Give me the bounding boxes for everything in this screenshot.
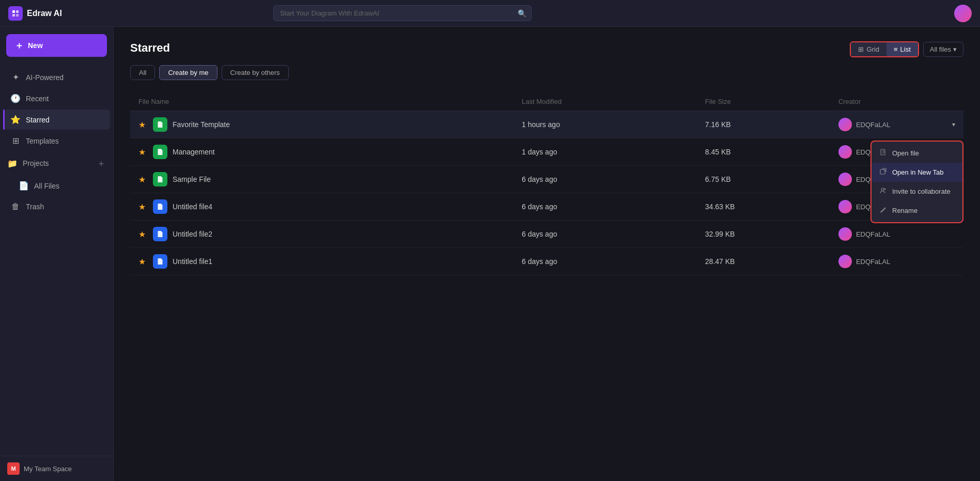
file-name-cell: ★ Management bbox=[130, 138, 514, 166]
avatar[interactable] bbox=[954, 5, 972, 22]
file-name-cell: ★ Untitled file2 bbox=[130, 221, 514, 248]
svg-rect-2 bbox=[12, 14, 15, 17]
team-label: My Team Space bbox=[24, 465, 72, 473]
context-menu: Open file Open in New Tab Invite to coll… bbox=[870, 141, 963, 223]
search-input[interactable] bbox=[273, 5, 532, 21]
creator-avatar bbox=[838, 200, 852, 213]
open-file-label: Open file bbox=[892, 149, 919, 157]
creator-name: EDQFaLAL bbox=[856, 121, 890, 129]
file-name: Management bbox=[173, 148, 215, 156]
table-row[interactable]: ★ Management 1 days ago 8.45 KB EDQFaLAL bbox=[130, 138, 963, 166]
sidebar-item-recent[interactable]: 🕐 Recent bbox=[3, 88, 110, 108]
layout: ＋ New ✦ AI-Powered 🕐 Recent ⭐ Starred ⊞ … bbox=[0, 27, 980, 481]
list-icon: ≡ bbox=[894, 45, 898, 53]
file-name: Untitled file1 bbox=[173, 257, 212, 266]
projects-icon: 📁 bbox=[7, 159, 18, 168]
sidebar-item-starred[interactable]: ⭐ Starred bbox=[3, 110, 110, 130]
col-file-name: File Name bbox=[130, 92, 514, 111]
file-name-cell: ★ Untitled file1 bbox=[130, 248, 514, 275]
sidebar-label-ai: AI-Powered bbox=[26, 73, 64, 82]
file-creator: EDQFaLAL bbox=[830, 221, 963, 248]
row-more-icon[interactable]: ▾ bbox=[952, 121, 955, 128]
col-creator: Creator bbox=[830, 92, 963, 111]
context-rename[interactable]: Rename bbox=[872, 201, 962, 220]
file-size: 8.45 KB bbox=[697, 138, 830, 166]
sidebar-label-projects: Projects bbox=[23, 159, 91, 167]
header: Edraw AI 🔍 bbox=[0, 0, 980, 27]
file-creator: EDQFaLAL bbox=[830, 248, 963, 275]
grid-view-button[interactable]: ⊞ Grid bbox=[851, 42, 886, 56]
svg-rect-0 bbox=[12, 10, 15, 13]
file-type-icon bbox=[153, 172, 167, 187]
svg-rect-1 bbox=[16, 10, 19, 13]
all-files-filter-button[interactable]: All files ▾ bbox=[923, 42, 963, 57]
col-file-size: File Size bbox=[697, 92, 830, 111]
file-modified: 6 days ago bbox=[514, 193, 697, 221]
sidebar-item-trash[interactable]: 🗑 Trash bbox=[3, 197, 110, 216]
list-view-button[interactable]: ≡ List bbox=[886, 42, 918, 56]
open-new-tab-icon bbox=[880, 168, 887, 177]
file-size: 6.75 KB bbox=[697, 166, 830, 193]
page-title: Starred bbox=[130, 41, 963, 55]
creator-avatar bbox=[838, 255, 852, 268]
file-creator: EDQFaLAL ▾ bbox=[830, 111, 963, 138]
filter-create-by-others[interactable]: Create by others bbox=[222, 65, 289, 80]
col-last-modified: Last Modified bbox=[514, 92, 697, 111]
projects-add-icon[interactable]: ＋ bbox=[97, 157, 106, 169]
file-modified: 1 hours ago bbox=[514, 111, 697, 138]
sidebar-label-recent: Recent bbox=[26, 95, 49, 103]
templates-icon: ⊞ bbox=[10, 136, 21, 146]
recent-icon: 🕐 bbox=[10, 94, 21, 103]
table-row[interactable]: ★ Sample File 6 days ago 6.75 KB EDQFaLA… bbox=[130, 166, 963, 193]
star-icon[interactable]: ★ bbox=[138, 147, 146, 157]
new-button[interactable]: ＋ New bbox=[6, 34, 107, 57]
file-modified: 6 days ago bbox=[514, 248, 697, 275]
filter-create-by-me[interactable]: Create by me bbox=[159, 65, 217, 80]
chevron-down-icon: ▾ bbox=[953, 45, 957, 53]
star-icon[interactable]: ★ bbox=[138, 229, 146, 239]
context-open-new-tab[interactable]: Open in New Tab bbox=[872, 163, 962, 182]
invite-icon bbox=[880, 187, 887, 196]
star-icon[interactable]: ★ bbox=[138, 202, 146, 212]
view-toggle: ⊞ Grid ≡ List bbox=[850, 41, 919, 57]
star-icon[interactable]: ★ bbox=[138, 257, 146, 267]
table-header-row: File Name Last Modified File Size Creato… bbox=[130, 92, 963, 111]
main-toolbar: ⊞ Grid ≡ List All files ▾ bbox=[850, 41, 963, 57]
svg-point-6 bbox=[881, 188, 884, 191]
grid-icon: ⊞ bbox=[858, 45, 864, 53]
file-name-cell: ★ Favorite Template bbox=[130, 111, 514, 138]
context-invite-collaborate[interactable]: Invite to collaborate bbox=[872, 182, 962, 201]
table-body: ★ Favorite Template 1 hours ago 7.16 KB … bbox=[130, 111, 963, 275]
creator-avatar bbox=[838, 118, 852, 131]
open-file-icon bbox=[880, 149, 887, 158]
file-size: 7.16 KB bbox=[697, 111, 830, 138]
file-size: 34.63 KB bbox=[697, 193, 830, 221]
new-button-label: New bbox=[28, 41, 43, 50]
sidebar-item-ai-powered[interactable]: ✦ AI-Powered bbox=[3, 67, 110, 87]
sidebar-label-templates: Templates bbox=[26, 137, 59, 145]
sidebar-item-projects[interactable]: 📁 Projects ＋ bbox=[0, 152, 113, 175]
team-space[interactable]: M My Team Space bbox=[0, 456, 113, 481]
context-open-file[interactable]: Open file bbox=[872, 144, 962, 163]
table-row[interactable]: ★ Untitled file1 6 days ago 28.47 KB EDQ… bbox=[130, 248, 963, 275]
star-icon[interactable]: ★ bbox=[138, 120, 146, 130]
sidebar-item-all-files[interactable]: 📄 All Files bbox=[3, 176, 110, 196]
file-modified: 6 days ago bbox=[514, 166, 697, 193]
file-type-icon bbox=[153, 145, 167, 159]
star-icon[interactable]: ★ bbox=[138, 175, 146, 184]
sidebar-nav: ✦ AI-Powered 🕐 Recent ⭐ Starred ⊞ Templa… bbox=[0, 64, 113, 456]
trash-icon: 🗑 bbox=[10, 202, 21, 211]
table-row[interactable]: ★ Untitled file2 6 days ago 32.99 KB EDQ… bbox=[130, 221, 963, 248]
table-row[interactable]: ★ Favorite Template 1 hours ago 7.16 KB … bbox=[130, 111, 963, 138]
table-row[interactable]: ★ Untitled file4 6 days ago 34.63 KB EDQ… bbox=[130, 193, 963, 221]
file-name: Sample File bbox=[173, 175, 211, 183]
creator-name: EDQFaLAL bbox=[856, 230, 890, 238]
sidebar: ＋ New ✦ AI-Powered 🕐 Recent ⭐ Starred ⊞ … bbox=[0, 27, 114, 481]
file-name: Untitled file4 bbox=[173, 203, 212, 211]
sidebar-item-templates[interactable]: ⊞ Templates bbox=[3, 131, 110, 151]
svg-rect-3 bbox=[16, 14, 19, 17]
creator-avatar bbox=[838, 173, 852, 186]
filter-all[interactable]: All bbox=[130, 65, 155, 80]
file-size: 28.47 KB bbox=[697, 248, 830, 275]
ai-icon: ✦ bbox=[10, 72, 21, 82]
